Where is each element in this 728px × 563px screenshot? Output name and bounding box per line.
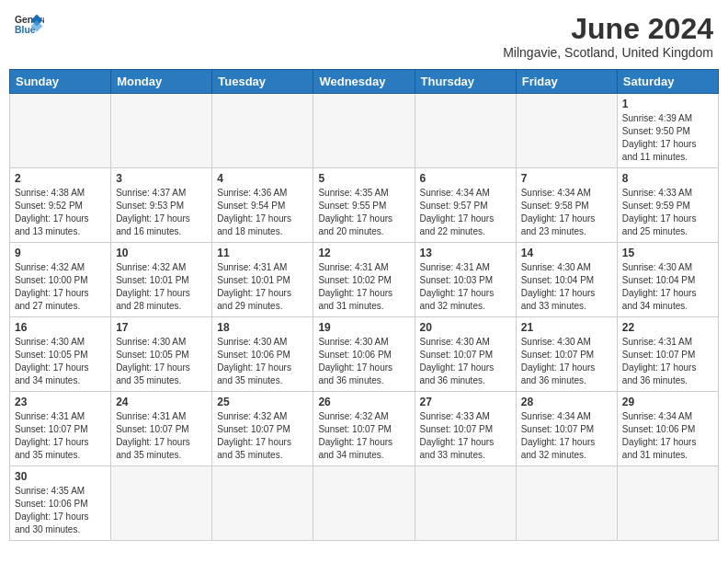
calendar-cell: 2Sunrise: 4:38 AMSunset: 9:52 PMDaylight… bbox=[10, 168, 111, 243]
day-number: 5 bbox=[318, 172, 409, 185]
day-info: Sunrise: 4:30 AMSunset: 10:04 PMDaylight… bbox=[622, 261, 713, 313]
calendar-cell: 29Sunrise: 4:34 AMSunset: 10:06 PMDaylig… bbox=[617, 392, 718, 466]
calendar-cell: 15Sunrise: 4:30 AMSunset: 10:04 PMDaylig… bbox=[617, 243, 718, 317]
day-number: 14 bbox=[521, 247, 612, 259]
day-info: Sunrise: 4:31 AMSunset: 10:02 PMDaylight… bbox=[318, 261, 409, 313]
weekday-header-friday: Friday bbox=[516, 70, 617, 94]
calendar-cell: 28Sunrise: 4:34 AMSunset: 10:07 PMDaylig… bbox=[516, 392, 617, 466]
calendar-cell: 23Sunrise: 4:31 AMSunset: 10:07 PMDaylig… bbox=[10, 392, 111, 466]
day-number: 25 bbox=[217, 396, 308, 408]
day-number: 11 bbox=[217, 247, 308, 259]
calendar-cell: 17Sunrise: 4:30 AMSunset: 10:05 PMDaylig… bbox=[111, 317, 212, 392]
week-row-6: 30Sunrise: 4:35 AMSunset: 10:06 PMDaylig… bbox=[10, 466, 719, 541]
day-info: Sunrise: 4:30 AMSunset: 10:07 PMDaylight… bbox=[521, 336, 612, 387]
calendar-cell bbox=[111, 466, 212, 541]
location-title: Milngavie, Scotland, United Kingdom bbox=[503, 45, 713, 60]
day-info: Sunrise: 4:31 AMSunset: 10:07 PMDaylight… bbox=[15, 410, 106, 462]
calendar-cell: 27Sunrise: 4:33 AMSunset: 10:07 PMDaylig… bbox=[415, 392, 516, 466]
day-number: 15 bbox=[622, 247, 713, 259]
day-number: 17 bbox=[116, 321, 207, 334]
day-info: Sunrise: 4:34 AMSunset: 10:07 PMDaylight… bbox=[521, 410, 612, 462]
day-info: Sunrise: 4:30 AMSunset: 10:06 PMDaylight… bbox=[318, 336, 409, 387]
day-info: Sunrise: 4:35 AMSunset: 10:06 PMDaylight… bbox=[15, 485, 106, 536]
day-info: Sunrise: 4:34 AMSunset: 9:57 PMDaylight:… bbox=[420, 187, 511, 238]
calendar-table: SundayMondayTuesdayWednesdayThursdayFrid… bbox=[9, 69, 719, 541]
day-number: 13 bbox=[420, 247, 511, 259]
calendar-cell: 24Sunrise: 4:31 AMSunset: 10:07 PMDaylig… bbox=[111, 392, 212, 466]
week-row-3: 9Sunrise: 4:32 AMSunset: 10:00 PMDayligh… bbox=[10, 243, 719, 317]
day-number: 7 bbox=[521, 172, 612, 185]
day-info: Sunrise: 4:34 AMSunset: 10:06 PMDaylight… bbox=[622, 410, 713, 462]
calendar-cell: 4Sunrise: 4:36 AMSunset: 9:54 PMDaylight… bbox=[212, 168, 313, 243]
weekday-header-saturday: Saturday bbox=[617, 70, 718, 94]
day-info: Sunrise: 4:36 AMSunset: 9:54 PMDaylight:… bbox=[217, 187, 308, 238]
weekday-header-sunday: Sunday bbox=[10, 70, 111, 94]
weekday-header-wednesday: Wednesday bbox=[313, 70, 415, 94]
day-info: Sunrise: 4:38 AMSunset: 9:52 PMDaylight:… bbox=[15, 187, 106, 238]
week-row-5: 23Sunrise: 4:31 AMSunset: 10:07 PMDaylig… bbox=[10, 392, 719, 466]
calendar-cell bbox=[516, 94, 617, 168]
day-info: Sunrise: 4:32 AMSunset: 10:01 PMDaylight… bbox=[116, 261, 207, 313]
calendar-cell: 30Sunrise: 4:35 AMSunset: 10:06 PMDaylig… bbox=[10, 466, 111, 541]
calendar-cell: 14Sunrise: 4:30 AMSunset: 10:04 PMDaylig… bbox=[516, 243, 617, 317]
title-area: June 2024 Milngavie, Scotland, United Ki… bbox=[503, 13, 713, 60]
day-number: 18 bbox=[217, 321, 308, 334]
day-info: Sunrise: 4:37 AMSunset: 9:53 PMDaylight:… bbox=[116, 187, 207, 238]
weekday-header-monday: Monday bbox=[111, 70, 212, 94]
day-number: 20 bbox=[420, 321, 511, 334]
day-number: 30 bbox=[15, 470, 106, 483]
calendar-cell: 7Sunrise: 4:34 AMSunset: 9:58 PMDaylight… bbox=[516, 168, 617, 243]
header: General Blue June 2024 Milngavie, Scotla… bbox=[9, 9, 719, 63]
day-info: Sunrise: 4:39 AMSunset: 9:50 PMDaylight:… bbox=[622, 112, 713, 164]
calendar-cell: 12Sunrise: 4:31 AMSunset: 10:02 PMDaylig… bbox=[313, 243, 415, 317]
day-number: 27 bbox=[420, 396, 511, 408]
calendar-cell bbox=[617, 466, 718, 541]
day-number: 12 bbox=[318, 247, 409, 259]
day-info: Sunrise: 4:32 AMSunset: 10:07 PMDaylight… bbox=[318, 410, 409, 462]
calendar-cell: 5Sunrise: 4:35 AMSunset: 9:55 PMDaylight… bbox=[313, 168, 415, 243]
day-number: 21 bbox=[521, 321, 612, 334]
calendar-cell: 13Sunrise: 4:31 AMSunset: 10:03 PMDaylig… bbox=[415, 243, 516, 317]
week-row-2: 2Sunrise: 4:38 AMSunset: 9:52 PMDaylight… bbox=[10, 168, 719, 243]
day-info: Sunrise: 4:30 AMSunset: 10:04 PMDaylight… bbox=[521, 261, 612, 313]
calendar-cell: 21Sunrise: 4:30 AMSunset: 10:07 PMDaylig… bbox=[516, 317, 617, 392]
weekday-header-row: SundayMondayTuesdayWednesdayThursdayFrid… bbox=[10, 70, 719, 94]
day-info: Sunrise: 4:34 AMSunset: 9:58 PMDaylight:… bbox=[521, 187, 612, 238]
month-title: June 2024 bbox=[503, 13, 713, 45]
calendar-cell bbox=[313, 466, 415, 541]
day-number: 23 bbox=[15, 396, 106, 408]
day-number: 19 bbox=[318, 321, 409, 334]
calendar-cell: 16Sunrise: 4:30 AMSunset: 10:05 PMDaylig… bbox=[10, 317, 111, 392]
day-info: Sunrise: 4:31 AMSunset: 10:03 PMDaylight… bbox=[420, 261, 511, 313]
generalblue-logo-icon: General Blue bbox=[15, 13, 44, 39]
day-number: 8 bbox=[622, 172, 713, 185]
day-info: Sunrise: 4:30 AMSunset: 10:05 PMDaylight… bbox=[116, 336, 207, 387]
calendar-cell: 10Sunrise: 4:32 AMSunset: 10:01 PMDaylig… bbox=[111, 243, 212, 317]
day-info: Sunrise: 4:35 AMSunset: 9:55 PMDaylight:… bbox=[318, 187, 409, 238]
day-number: 26 bbox=[318, 396, 409, 408]
day-info: Sunrise: 4:31 AMSunset: 10:07 PMDaylight… bbox=[116, 410, 207, 462]
calendar-cell: 1Sunrise: 4:39 AMSunset: 9:50 PMDaylight… bbox=[617, 94, 718, 168]
weekday-header-tuesday: Tuesday bbox=[212, 70, 313, 94]
day-number: 10 bbox=[116, 247, 207, 259]
calendar-cell bbox=[212, 94, 313, 168]
day-number: 1 bbox=[622, 98, 713, 110]
calendar-cell bbox=[415, 94, 516, 168]
week-row-1: 1Sunrise: 4:39 AMSunset: 9:50 PMDaylight… bbox=[10, 94, 719, 168]
calendar-cell bbox=[313, 94, 415, 168]
day-number: 2 bbox=[15, 172, 106, 185]
day-number: 3 bbox=[116, 172, 207, 185]
day-number: 28 bbox=[521, 396, 612, 408]
calendar-cell: 18Sunrise: 4:30 AMSunset: 10:06 PMDaylig… bbox=[212, 317, 313, 392]
calendar-cell bbox=[111, 94, 212, 168]
weekday-header-thursday: Thursday bbox=[415, 70, 516, 94]
day-number: 29 bbox=[622, 396, 713, 408]
day-info: Sunrise: 4:33 AMSunset: 10:07 PMDaylight… bbox=[420, 410, 511, 462]
day-number: 6 bbox=[420, 172, 511, 185]
logo: General Blue bbox=[15, 13, 44, 39]
calendar-cell: 3Sunrise: 4:37 AMSunset: 9:53 PMDaylight… bbox=[111, 168, 212, 243]
calendar-cell: 20Sunrise: 4:30 AMSunset: 10:07 PMDaylig… bbox=[415, 317, 516, 392]
calendar-cell: 6Sunrise: 4:34 AMSunset: 9:57 PMDaylight… bbox=[415, 168, 516, 243]
calendar-cell bbox=[516, 466, 617, 541]
day-number: 22 bbox=[622, 321, 713, 334]
